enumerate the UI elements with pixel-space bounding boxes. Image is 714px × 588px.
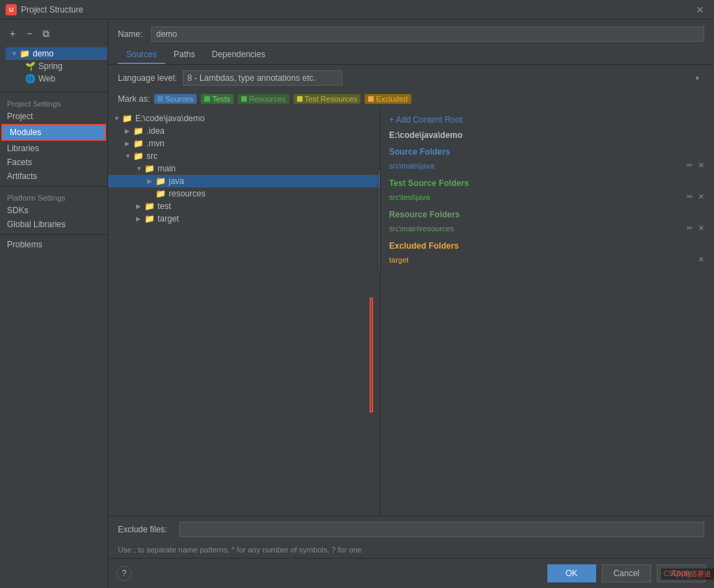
tree-target[interactable]: ▶ 📁 target	[108, 212, 380, 225]
exclude-files-row: Exclude files:	[108, 516, 714, 543]
source-edit-btn[interactable]: ✏	[685, 161, 694, 170]
mark-test-resources-badge[interactable]: Test Resources	[294, 94, 361, 104]
resource-path: src\main\resources	[389, 224, 454, 233]
tree-java[interactable]: ▶ 📁 java	[108, 175, 380, 187]
excluded-folders-section: Excluded Folders target ✕	[389, 241, 706, 265]
resource-path-row: src\main\resources ✏ ✕	[389, 222, 706, 234]
title-bar-title: Project Structure	[21, 5, 83, 15]
ok-button[interactable]: OK	[547, 564, 596, 582]
sidebar-item-sdks[interactable]: SDKs	[0, 203, 107, 217]
context-menu-overlay	[370, 297, 373, 412]
sidebar-item-facets[interactable]: Facets	[0, 155, 107, 169]
tree-mvn[interactable]: ▶ 📁 .mvn	[108, 137, 380, 150]
source-remove-btn[interactable]: ✕	[697, 161, 706, 170]
excluded-folder-actions: ✕	[697, 255, 706, 264]
remove-module-button[interactable]: −	[22, 26, 36, 40]
tab-sources[interactable]: Sources	[118, 46, 165, 64]
excluded-path-row: target ✕	[389, 254, 706, 265]
ctx-separator	[379, 251, 380, 252]
resource-folders-section: Resource Folders src\main\resources ✏ ✕	[389, 210, 706, 234]
ctx-test-resources[interactable]: Test Resources	[379, 219, 380, 234]
tab-paths[interactable]: Paths	[165, 46, 204, 64]
tree-root[interactable]: ▼ 📁 E:\code\java\demo	[108, 112, 380, 125]
exclude-files-input[interactable]	[179, 522, 704, 537]
sidebar: + − ⧉ ▼ 📁 demo 🌱 Spring 🌐 Web Project Se…	[0, 20, 108, 588]
source-path: src\main\java	[389, 162, 434, 170]
tree-src[interactable]: ▼ 📁 src	[108, 150, 380, 162]
mark-as-label: Mark as:	[118, 94, 150, 104]
sidebar-item-artifacts[interactable]: Artifacts	[0, 169, 107, 183]
language-level-label: Language level:	[118, 73, 177, 83]
help-button[interactable]: ?	[116, 566, 132, 581]
source-folders-section: Source Folders src\main\java ✏ ✕	[389, 147, 706, 171]
right-panel: + Add Content Root E:\code\java\demo Sou…	[380, 109, 714, 516]
mark-sources-badge[interactable]: Sources	[154, 94, 197, 104]
module-web[interactable]: 🌐 Web	[6, 72, 107, 85]
name-input[interactable]	[151, 26, 704, 42]
tabs-row: Sources Paths Dependencies	[108, 46, 714, 65]
sidebar-item-project[interactable]: Project	[0, 109, 107, 123]
test-source-folder-actions: ✏ ✕	[685, 192, 706, 201]
project-settings-header: Project Settings	[0, 95, 107, 109]
mark-tests-badge[interactable]: Tests	[201, 94, 234, 104]
cancel-button[interactable]: Cancel	[602, 564, 651, 582]
close-button[interactable]: ✕	[692, 3, 708, 17]
excluded-path: target	[389, 256, 409, 264]
ctx-new-folder[interactable]: 📁 New Folder...	[379, 253, 380, 268]
add-content-root-btn[interactable]: + Add Content Root	[389, 115, 706, 125]
mark-excluded-badge[interactable]: Excluded	[365, 94, 411, 104]
main-container: + − ⧉ ▼ 📁 demo 🌱 Spring 🌐 Web Project Se…	[0, 20, 714, 588]
watermark: CSDN精选赛道	[661, 568, 714, 580]
excluded-folders-title: Excluded Folders	[389, 241, 706, 251]
test-source-remove-btn[interactable]: ✕	[697, 192, 706, 201]
excluded-remove-btn[interactable]: ✕	[697, 255, 706, 264]
test-source-folders-section: Test Source Folders src\test\java ✏ ✕	[389, 178, 706, 203]
test-source-path-row: src\test\java ✏ ✕	[389, 191, 706, 203]
language-level-select[interactable]: 8 - Lambdas, type annotations etc. 11 - …	[183, 70, 342, 86]
copy-module-button[interactable]: ⧉	[39, 26, 53, 40]
ctx-sources[interactable]: ✓ Sources Alt+S	[379, 173, 380, 188]
bottom-section: ▼ 📁 E:\code\java\demo ▶ 📁 .idea ▶ 📁 .mvn	[108, 109, 714, 516]
name-label: Name:	[118, 29, 146, 39]
source-path-row: src\main\java ✏ ✕	[389, 160, 706, 171]
add-module-button[interactable]: +	[6, 26, 20, 40]
language-level-row: Language level: 8 - Lambdas, type annota…	[108, 65, 714, 91]
sidebar-toolbar: + − ⧉	[0, 24, 107, 43]
file-tree[interactable]: ▼ 📁 E:\code\java\demo ▶ 📁 .idea ▶ 📁 .mvn	[108, 109, 380, 516]
sidebar-item-problems[interactable]: Problems	[0, 238, 107, 252]
title-bar: U Project Structure ✕	[0, 0, 714, 20]
tab-dependencies[interactable]: Dependencies	[204, 46, 274, 64]
app-icon: U	[6, 4, 17, 15]
name-row: Name:	[108, 20, 714, 46]
test-source-edit-btn[interactable]: ✏	[685, 192, 694, 201]
tree-resources[interactable]: ▶ 📁 resources	[108, 187, 380, 200]
test-source-folders-title: Test Source Folders	[389, 178, 706, 188]
resource-edit-btn[interactable]: ✏	[685, 224, 694, 233]
ctx-resources[interactable]: Resources	[379, 203, 380, 219]
resource-folder-actions: ✏ ✕	[685, 224, 706, 233]
sidebar-item-modules[interactable]: Modules	[3, 125, 105, 139]
mark-resources-badge[interactable]: Resources	[238, 94, 289, 104]
sidebar-item-libraries[interactable]: Libraries	[0, 141, 107, 155]
tree-main[interactable]: ▼ 📁 main	[108, 162, 380, 175]
bottom-buttons: ? OK Cancel Apply	[108, 558, 714, 588]
module-tree-demo[interactable]: ▼ 📁 demo	[6, 47, 107, 60]
ctx-tests[interactable]: Tests Alt+T	[379, 188, 380, 203]
source-folders-title: Source Folders	[389, 147, 706, 157]
exclude-files-hint: Use ; to separate name patterns, * for a…	[108, 543, 714, 558]
mark-as-row: Mark as: Sources Tests Resources Test Re…	[108, 91, 714, 109]
tree-test[interactable]: ▶ 📁 test	[108, 200, 380, 212]
source-folder-actions: ✏ ✕	[685, 161, 706, 170]
sidebar-item-global-libraries[interactable]: Global Libraries	[0, 217, 107, 231]
language-level-wrapper: 8 - Lambdas, type annotations etc. 11 - …	[183, 70, 704, 86]
context-menu: ✓ Sources Alt+S Tests Alt+T Resources	[379, 171, 380, 270]
resource-folders-title: Resource Folders	[389, 210, 706, 219]
ctx-excluded[interactable]: Excluded Alt+E	[379, 234, 380, 249]
resource-remove-btn[interactable]: ✕	[697, 224, 706, 233]
exclude-files-label: Exclude files:	[118, 525, 174, 534]
module-spring[interactable]: 🌱 Spring	[6, 60, 107, 72]
test-source-path: src\test\java	[389, 193, 430, 201]
content-area: Name: Sources Paths Dependencies Languag…	[108, 20, 714, 588]
tree-idea[interactable]: ▶ 📁 .idea	[108, 125, 380, 137]
content-root-path: E:\code\java\demo	[389, 130, 706, 140]
